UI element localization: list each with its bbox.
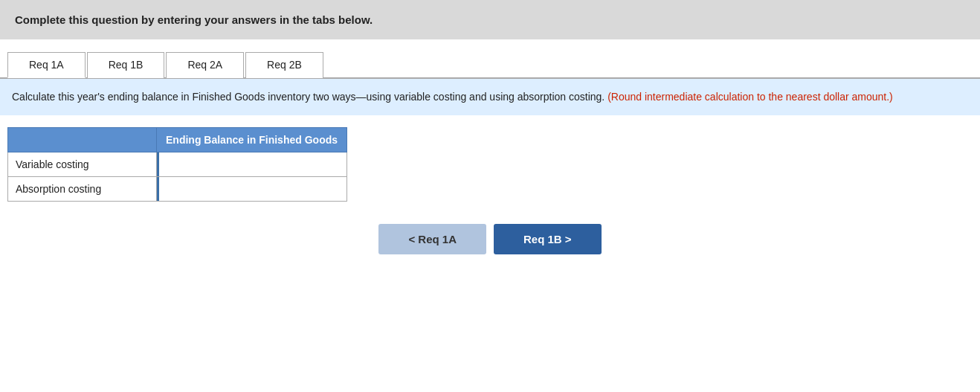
question-main-text: Calculate this year's ending balance in …	[12, 91, 605, 103]
col-header-label	[8, 128, 157, 152]
question-note: (Round intermediate calculation to the n…	[607, 91, 893, 103]
table-row: Variable costing	[8, 152, 347, 177]
variable-costing-input[interactable]	[157, 152, 346, 176]
data-table: Ending Balance in Finished Goods Variabl…	[7, 127, 347, 202]
tabs-container: Req 1A Req 1B Req 2A Req 2B	[0, 51, 980, 79]
tab-req2a[interactable]: Req 2A	[166, 52, 244, 78]
tab-req1a[interactable]: Req 1A	[7, 52, 86, 78]
nav-buttons: < Req 1A Req 1B >	[0, 224, 980, 269]
row-label-variable: Variable costing	[8, 152, 157, 177]
table-row: Absorption costing	[8, 177, 347, 202]
tab-req1b[interactable]: Req 1B	[87, 52, 165, 78]
col-header-value: Ending Balance in Finished Goods	[157, 128, 347, 152]
instruction-text: Complete this question by entering your …	[15, 13, 373, 26]
absorption-costing-input-cell[interactable]	[157, 177, 347, 202]
prev-button[interactable]: < Req 1A	[378, 224, 486, 254]
absorption-costing-input[interactable]	[157, 177, 346, 201]
tab-req2b[interactable]: Req 2B	[245, 52, 323, 78]
question-description: Calculate this year's ending balance in …	[0, 79, 980, 115]
table-area: Ending Balance in Finished Goods Variabl…	[7, 127, 973, 202]
variable-costing-input-cell[interactable]	[157, 152, 347, 177]
row-label-absorption: Absorption costing	[8, 177, 157, 202]
instruction-bar: Complete this question by entering your …	[0, 0, 980, 39]
next-button[interactable]: Req 1B >	[494, 224, 602, 254]
